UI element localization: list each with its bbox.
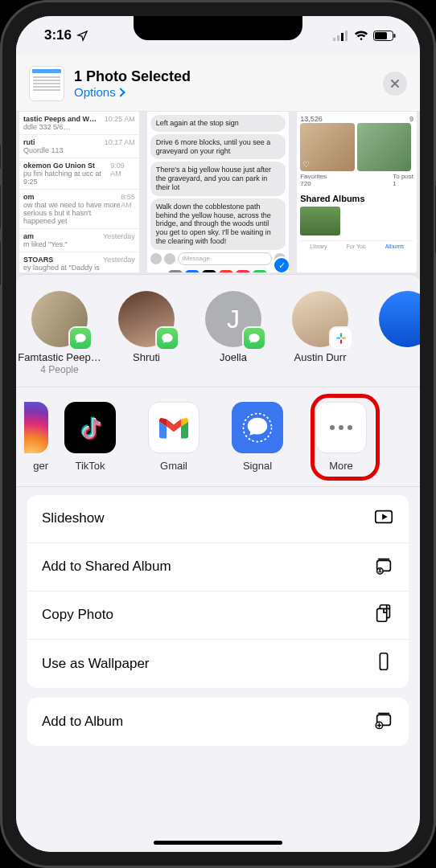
chevron-right-icon	[116, 88, 125, 96]
app-label: ger	[33, 460, 48, 472]
svg-rect-2	[341, 33, 343, 41]
share-sheet: Famtastic Peep…4 PeopleShrutiJJoellaAust…	[16, 274, 420, 852]
action-label: Copy Photo	[42, 607, 113, 623]
action-label: Slideshow	[42, 510, 105, 526]
photo-count-1: 13,526	[300, 115, 323, 123]
messages-icon	[157, 328, 178, 349]
contact-sub: 4 People	[40, 364, 78, 375]
svg-rect-10	[340, 340, 342, 344]
home-indicator[interactable]	[154, 841, 282, 845]
svg-rect-6	[394, 34, 396, 38]
action-play-rect[interactable]: Slideshow	[27, 495, 409, 543]
album-plus-icon	[373, 709, 394, 734]
svg-rect-21	[380, 653, 387, 669]
svg-rect-5	[375, 32, 387, 39]
contact-name: Famtastic Peep…	[18, 352, 101, 364]
svg-rect-20	[377, 608, 387, 621]
action-doc-dup[interactable]: Copy Photo	[27, 592, 409, 640]
action-album-person[interactable]: Add to Shared Album	[27, 543, 409, 592]
svg-point-18	[379, 569, 380, 571]
action-label: Add to Shared Album	[42, 559, 171, 575]
messages-icon	[70, 328, 91, 349]
contact-name: Joella	[220, 352, 247, 364]
svg-rect-8	[342, 338, 346, 339]
contacts-row[interactable]: Famtastic Peep…4 PeopleShrutiJJoellaAust…	[16, 275, 420, 387]
phone-frame: 3:16 1 Photo Selected Options	[0, 0, 436, 868]
svg-rect-1	[337, 35, 339, 41]
svg-rect-0	[333, 38, 335, 41]
play-rect-icon	[373, 506, 394, 531]
close-button[interactable]	[383, 72, 407, 96]
background-app-preview: tastic Peeps and W…ddle 332 5/6…10:25 AM…	[16, 112, 420, 280]
svg-rect-9	[340, 333, 342, 337]
contact-item[interactable]	[364, 291, 420, 375]
action-label: Add to Album	[42, 714, 123, 730]
app-item-more[interactable]: More	[299, 402, 383, 472]
contact-item[interactable]: Famtastic Peep…4 People	[16, 291, 103, 375]
svg-rect-3	[345, 31, 348, 41]
action-label: Use as Wallpaper	[42, 656, 150, 672]
cellular-icon	[333, 31, 349, 41]
actions-list: SlideshowAdd to Shared AlbumCopy PhotoUs…	[16, 487, 420, 754]
album-person-icon	[373, 555, 394, 579]
close-icon	[390, 79, 400, 88]
contact-name: Shruti	[133, 352, 160, 364]
shared-albums-label: Shared Albums	[300, 194, 413, 203]
sheet-header: 1 Photo Selected Options	[16, 55, 420, 112]
doc-dup-icon	[373, 603, 394, 628]
app-item-signal[interactable]: Signal	[216, 402, 299, 472]
messages-icon	[244, 328, 265, 349]
phone-rect-icon	[373, 651, 394, 676]
contact-item[interactable]: Shruti	[103, 291, 190, 375]
app-label: TikTok	[75, 460, 105, 472]
options-button[interactable]: Options	[74, 85, 191, 99]
contact-item[interactable]: Austin Durr	[277, 291, 364, 375]
app-item-tiktok[interactable]: TikTok	[48, 402, 132, 472]
action-phone-rect[interactable]: Use as Wallpaper	[27, 640, 409, 688]
wifi-icon	[354, 31, 368, 41]
status-time: 3:16	[44, 27, 72, 43]
app-label: Signal	[243, 460, 272, 472]
app-item-gmail[interactable]: Gmail	[132, 402, 216, 472]
action-album-plus[interactable]: Add to Album	[27, 698, 409, 746]
notch	[134, 16, 302, 40]
battery-icon	[373, 31, 396, 41]
app-label: Gmail	[160, 460, 187, 472]
apps-row[interactable]: gerTikTokGmailSignalMore	[16, 387, 420, 487]
highlight-ring	[311, 394, 380, 481]
slack-icon	[331, 328, 352, 349]
photo-count-2: 9	[409, 115, 413, 123]
contact-item[interactable]: JJoella	[190, 291, 277, 375]
svg-rect-7	[336, 338, 340, 339]
contact-name: Austin Durr	[294, 352, 346, 364]
sheet-title: 1 Photo Selected	[74, 68, 191, 85]
app-icon-partial[interactable]	[24, 402, 48, 453]
selected-photo-thumbnail[interactable]	[29, 66, 64, 101]
location-arrow-icon	[76, 30, 88, 42]
